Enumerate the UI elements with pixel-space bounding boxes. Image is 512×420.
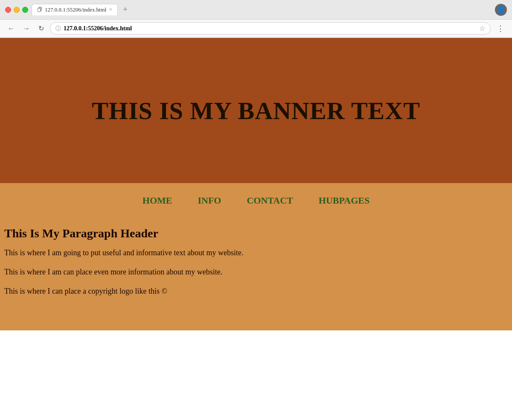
site-navigation: HOME INFO CONTACT HUBPAGES bbox=[0, 183, 512, 218]
paragraph-1: This is where I am going to put useful a… bbox=[4, 247, 508, 259]
website-content: THIS IS MY BANNER TEXT HOME INFO CONTACT… bbox=[0, 38, 512, 330]
maximize-button[interactable] bbox=[22, 7, 28, 13]
url-text: 127.0.0.1:55206/index.html bbox=[64, 25, 477, 32]
tab-close-button[interactable]: × bbox=[109, 6, 112, 13]
refresh-button[interactable]: ↻ bbox=[36, 23, 47, 33]
new-tab-button[interactable]: + bbox=[119, 3, 131, 16]
nav-hubpages[interactable]: HUBPAGES bbox=[319, 195, 369, 206]
tab-title: 127.0.0.1:55206/index.html bbox=[45, 6, 106, 13]
browser-chrome: 🗍 127.0.0.1:55206/index.html × + 👤 ← → ↻… bbox=[0, 0, 512, 38]
banner-section: THIS IS MY BANNER TEXT bbox=[0, 38, 512, 183]
address-bar[interactable]: ⓘ 127.0.0.1:55206/index.html ☆ bbox=[50, 22, 491, 35]
forward-button[interactable]: → bbox=[20, 24, 32, 33]
nav-home[interactable]: HOME bbox=[143, 195, 172, 206]
paragraph-3: This is where I can place a copyright lo… bbox=[4, 286, 508, 297]
banner-text: THIS IS MY BANNER TEXT bbox=[92, 96, 420, 125]
bookmark-icon[interactable]: ☆ bbox=[479, 24, 485, 32]
nav-contact[interactable]: CONTACT bbox=[247, 195, 293, 206]
paragraph-header: This Is My Paragraph Header bbox=[4, 227, 508, 240]
user-avatar[interactable]: 👤 bbox=[495, 4, 507, 16]
tab-page-icon: 🗍 bbox=[37, 7, 42, 13]
nav-info[interactable]: INFO bbox=[198, 195, 221, 206]
back-button[interactable]: ← bbox=[5, 24, 17, 33]
tab-bar: 🗍 127.0.0.1:55206/index.html × + bbox=[32, 3, 492, 16]
close-button[interactable] bbox=[5, 7, 11, 13]
content-section: This Is My Paragraph Header This is wher… bbox=[0, 218, 512, 330]
secure-icon: ⓘ bbox=[55, 25, 61, 32]
browser-menu-button[interactable]: ⋮ bbox=[494, 23, 507, 34]
title-bar: 🗍 127.0.0.1:55206/index.html × + 👤 bbox=[0, 0, 512, 20]
paragraph-2: This is where I am can place even more i… bbox=[4, 266, 508, 278]
traffic-lights bbox=[5, 7, 28, 13]
minimize-button[interactable] bbox=[14, 7, 20, 13]
nav-bar: ← → ↻ ⓘ 127.0.0.1:55206/index.html ☆ ⋮ bbox=[0, 20, 512, 38]
active-tab[interactable]: 🗍 127.0.0.1:55206/index.html × bbox=[32, 4, 118, 15]
